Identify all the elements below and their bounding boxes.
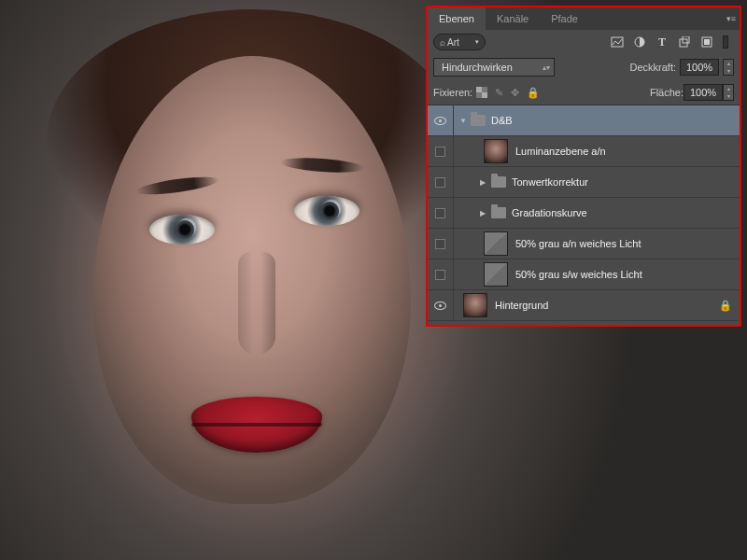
svg-rect-5 [704,39,710,45]
svg-rect-8 [482,92,487,98]
visibility-toggle[interactable] [428,290,454,320]
visibility-toggle[interactable] [428,198,454,228]
eye-icon [434,301,446,310]
svg-rect-7 [476,87,482,92]
layer-filter-dropdown[interactable]: ⌕ Art ▾ [433,34,486,50]
opacity-label: Deckkraft: [629,62,676,73]
visibility-checkbox [435,270,445,280]
chevron-down-icon: ▾ [475,38,479,46]
layer-row[interactable]: 50% grau s/w weiches Licht [428,259,740,290]
blend-mode-value: Hindurchwirken [442,62,513,73]
eye-icon [434,117,446,125]
visibility-toggle[interactable] [428,167,454,197]
layer-name[interactable]: D&B [491,115,513,126]
layer-row[interactable]: 50% grau a/n weiches Licht [428,229,740,259]
layer-row[interactable]: ▼D&B [428,105,740,136]
visibility-toggle[interactable] [428,259,454,289]
filter-type-icons: T [611,35,734,49]
layer-name[interactable]: Hintergrund [495,300,548,311]
lock-row: Fixieren: ✎ ✥ 🔒 Fläche: 100% ▴▾ [428,80,740,105]
layer-thumbnail[interactable] [484,139,508,163]
layer-name[interactable]: 50% grau a/n weiches Licht [515,238,641,249]
layers-panel: Ebenen Kanäle Pfade ▾≡ ⌕ Art ▾ T Hindurc… [426,6,741,327]
lock-position-icon[interactable]: ✥ [511,87,519,99]
filter-smart-icon[interactable] [700,35,713,49]
disclosure-triangle-icon[interactable]: ▼ [459,117,467,125]
opacity-input[interactable]: 100% [680,59,719,76]
tab-layers[interactable]: Ebenen [428,7,486,30]
folder-icon [491,176,506,188]
filter-toggle[interactable] [723,35,728,49]
visibility-checkbox [435,239,445,249]
fill-stepper[interactable]: ▴▾ [723,84,734,101]
blend-mode-dropdown[interactable]: Hindurchwirken ▴▾ [433,58,555,77]
filter-label: Art [447,37,459,48]
filter-shape-icon[interactable] [678,35,691,49]
opacity-stepper[interactable]: ▴▾ [723,59,734,76]
tab-paths[interactable]: Pfade [540,7,589,30]
lock-transparent-icon[interactable] [476,87,487,99]
visibility-checkbox [435,208,445,218]
disclosure-triangle-icon[interactable]: ▶ [480,178,487,187]
layer-thumbnail[interactable] [484,262,508,287]
visibility-toggle[interactable] [428,105,454,135]
layer-row[interactable]: ▶Gradationskurve [428,198,740,229]
layer-row[interactable]: ▶Tonwertkorrektur [428,167,740,198]
layer-name[interactable]: Gradationskurve [512,207,587,218]
visibility-checkbox [435,177,445,188]
layer-row[interactable]: Luminanzebene a/n [428,136,740,167]
panel-tabs: Ebenen Kanäle Pfade ▾≡ [428,7,740,30]
visibility-toggle[interactable] [428,229,454,259]
panel-menu-icon[interactable]: ▾≡ [723,14,740,23]
layer-name[interactable]: 50% grau s/w weiches Licht [515,269,642,280]
tab-channels[interactable]: Kanäle [486,7,540,30]
layers-list: ▼D&BLuminanzebene a/n▶Tonwertkorrektur▶G… [428,105,740,321]
svg-rect-0 [612,37,623,47]
folder-icon [491,207,506,218]
layer-name[interactable]: Tonwertkorrektur [512,176,588,188]
portrait [56,37,448,541]
visibility-checkbox [435,147,445,157]
lock-all-icon[interactable]: 🔒 [527,87,540,99]
layer-row[interactable]: Hintergrund🔒 [428,290,740,321]
folder-icon [471,115,486,126]
lock-label: Fixieren: [433,87,472,98]
lock-pixels-icon[interactable]: ✎ [495,87,503,99]
layer-name[interactable]: Luminanzebene a/n [515,146,606,157]
fill-label: Fläche: [650,87,684,98]
filter-type-text-icon[interactable]: T [655,35,669,49]
layer-thumbnail[interactable] [463,293,487,317]
filter-adjust-icon[interactable] [633,35,646,49]
blend-row: Hindurchwirken ▴▾ Deckkraft: 100% ▴▾ [428,54,740,80]
fill-input[interactable]: 100% [684,84,723,101]
search-icon: ⌕ [440,37,445,48]
filter-row: ⌕ Art ▾ T [428,30,740,54]
disclosure-triangle-icon[interactable]: ▶ [480,209,487,217]
chevron-updown-icon: ▴▾ [543,63,550,72]
visibility-toggle[interactable] [428,136,454,166]
layer-thumbnail[interactable] [484,231,508,256]
filter-pixel-icon[interactable] [611,35,624,49]
lock-icon: 🔒 [719,300,732,312]
